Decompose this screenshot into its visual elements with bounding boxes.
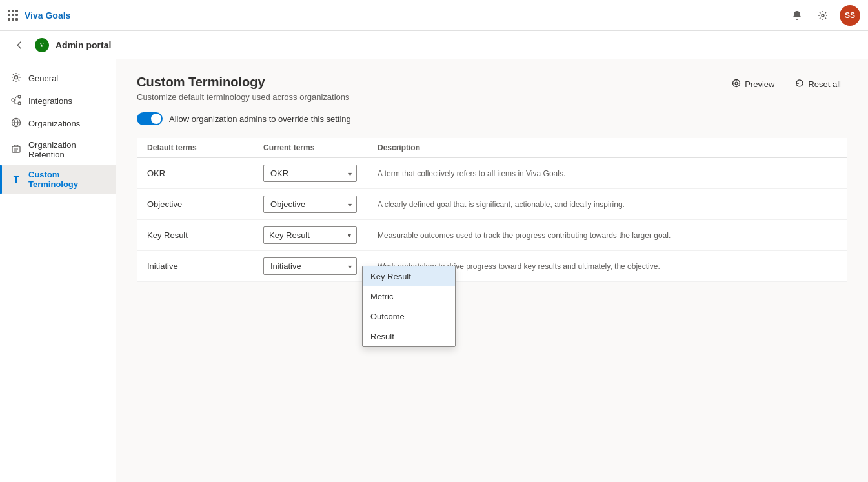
table-row: OKR OKR ▾ A term that collectively refer… <box>137 158 847 189</box>
dropdown-option-outcome[interactable]: Outcome <box>363 306 455 326</box>
sidebar-item-general[interactable]: General <box>0 67 116 90</box>
default-term-objective: Objective <box>137 189 253 220</box>
page-subtitle: Customize default terminology used acros… <box>137 92 350 102</box>
current-term-objective: Objective ▾ <box>253 189 367 220</box>
reset-icon <box>795 79 804 90</box>
sidebar-label-org-retention: Organization Retention <box>28 140 105 159</box>
default-term-initiative: Initiative <box>137 251 253 282</box>
select-wrapper-okr: OKR ▾ <box>263 165 357 182</box>
table-row: Key Result Key Result ▾ Measurable outco… <box>137 220 847 251</box>
description-okr: A term that collectively refers to all i… <box>367 158 847 189</box>
top-bar-right: SS <box>788 5 860 26</box>
select-wrapper-objective: Objective ▾ <box>263 196 357 213</box>
description-keyresult: Measurable outcomes used to track the pr… <box>367 220 847 251</box>
svg-point-0 <box>822 14 824 17</box>
keyresult-dropdown-open: Key Result Metric Outcome Result <box>362 266 456 347</box>
notification-icon[interactable] <box>788 6 806 25</box>
toggle-row: Allow organization admins to override th… <box>137 112 847 125</box>
admin-portal-title: Admin portal <box>56 40 111 50</box>
sidebar-item-org-retention[interactable]: Organization Retention <box>0 135 116 165</box>
terms-table: Default terms Current terms Description … <box>137 138 847 282</box>
sidebar-label-organizations: Organizations <box>28 119 80 128</box>
page-header: Custom Terminology Customize default ter… <box>137 75 847 102</box>
select-keyresult-display[interactable]: Key Result ▾ <box>263 226 357 244</box>
sidebar-item-custom-terminology[interactable]: T Custom Terminology <box>0 165 116 194</box>
top-bar: Viva Goals SS <box>0 0 868 31</box>
sidebar-label-custom-terminology: Custom Terminology <box>28 170 105 189</box>
dropdown-option-metric[interactable]: Metric <box>363 286 455 306</box>
settings-icon[interactable] <box>814 6 832 25</box>
sidebar: General Integrations Organizations <box>0 59 116 482</box>
chevron-up-icon: ▾ <box>348 232 351 239</box>
default-term-okr: OKR <box>137 158 253 189</box>
reset-label: Reset all <box>808 79 841 89</box>
current-term-initiative: Initiative ▾ <box>253 251 367 282</box>
general-icon <box>10 72 22 85</box>
svg-point-6 <box>18 102 21 105</box>
admin-bar: V Admin portal <box>0 31 868 59</box>
main-content: Custom Terminology Customize default ter… <box>116 59 868 482</box>
sidebar-item-organizations[interactable]: Organizations <box>0 112 116 135</box>
viva-logo: V <box>35 38 49 52</box>
select-objective[interactable]: Objective <box>263 196 357 213</box>
page-actions: Preview Reset all <box>725 75 847 94</box>
organizations-icon <box>10 117 22 130</box>
svg-point-10 <box>735 82 738 85</box>
sidebar-label-general: General <box>28 74 58 83</box>
svg-point-3 <box>15 76 18 79</box>
avatar[interactable]: SS <box>840 5 860 26</box>
layout: General Integrations Organizations <box>0 59 868 482</box>
desc-text-keyresult: Measurable outcomes used to track the pr… <box>378 231 671 240</box>
preview-button[interactable]: Preview <box>725 75 781 94</box>
reset-all-button[interactable]: Reset all <box>789 75 847 94</box>
preview-icon <box>732 79 741 90</box>
col-header-description: Description <box>367 138 847 158</box>
app-title[interactable]: Viva Goals <box>25 10 70 21</box>
svg-point-4 <box>12 99 14 101</box>
svg-point-5 <box>18 95 21 98</box>
sidebar-label-integrations: Integrations <box>28 96 72 106</box>
dropdown-option-result[interactable]: Result <box>363 326 455 346</box>
page-header-left: Custom Terminology Customize default ter… <box>137 75 350 102</box>
select-wrapper-initiative: Initiative ▾ <box>263 257 357 275</box>
page-title: Custom Terminology <box>137 75 350 90</box>
top-bar-left: Viva Goals <box>8 10 70 21</box>
integrations-icon <box>10 95 22 107</box>
waffle-icon[interactable] <box>8 10 19 21</box>
select-initiative[interactable]: Initiative <box>263 257 357 275</box>
custom-terminology-icon: T <box>10 174 22 185</box>
override-toggle[interactable] <box>137 112 163 125</box>
org-retention-icon <box>10 144 22 156</box>
select-okr[interactable]: OKR <box>263 165 357 182</box>
sidebar-item-integrations[interactable]: Integrations <box>0 90 116 112</box>
default-term-keyresult: Key Result <box>137 220 253 251</box>
current-term-okr: OKR ▾ <box>253 158 367 189</box>
table-row: Initiative Initiative ▾ Work undertaken … <box>137 251 847 282</box>
desc-text-objective: A clearly defined goal that is significa… <box>378 200 625 209</box>
table-row: Objective Objective ▾ A clearly defined … <box>137 189 847 220</box>
preview-label: Preview <box>745 79 774 89</box>
toggle-label: Allow organization admins to override th… <box>169 114 351 124</box>
selected-keyresult-label: Key Result <box>269 230 310 240</box>
select-wrapper-keyresult: Key Result ▾ <box>263 226 357 244</box>
back-button[interactable] <box>10 36 28 54</box>
desc-text-okr: A term that collectively refers to all i… <box>378 169 565 178</box>
description-objective: A clearly defined goal that is significa… <box>367 189 847 220</box>
current-term-keyresult: Key Result ▾ <box>253 220 367 251</box>
svg-text:V: V <box>40 43 44 48</box>
col-header-current: Current terms <box>253 138 367 158</box>
col-header-default: Default terms <box>137 138 253 158</box>
dropdown-option-keyresult[interactable]: Key Result <box>363 266 455 286</box>
